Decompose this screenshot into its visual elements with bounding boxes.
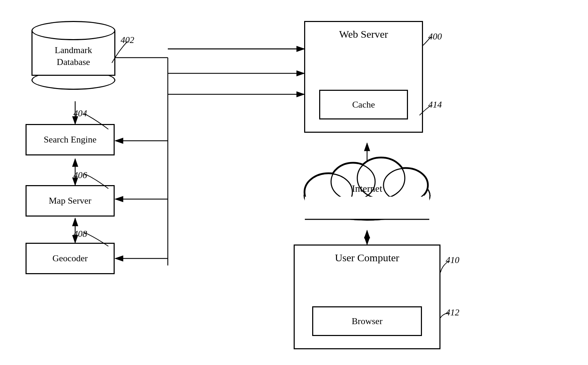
ref-404: 404 <box>73 108 87 119</box>
map-server-label: Map Server <box>49 196 91 206</box>
ref-406: 406 <box>73 170 87 181</box>
geocoder-label: Geocoder <box>52 253 88 264</box>
browser-node: Browser <box>312 306 422 336</box>
landmark-database-node: Landmark Database <box>31 21 115 90</box>
geocoder-node: Geocoder <box>26 243 115 274</box>
map-server-node: Map Server <box>26 185 115 217</box>
ref-410: 410 <box>446 255 459 265</box>
browser-label: Browser <box>352 316 382 327</box>
ref-400: 400 <box>428 31 442 42</box>
cache-label: Cache <box>352 100 375 110</box>
landmark-db-label: Landmark Database <box>55 44 92 68</box>
internet-node: Internet <box>294 150 440 227</box>
user-computer-node: User Computer Browser <box>294 244 440 349</box>
internet-label: Internet <box>352 183 382 194</box>
svg-rect-32 <box>305 197 429 219</box>
ref-414: 414 <box>428 100 442 110</box>
user-computer-label: User Computer <box>295 252 439 264</box>
search-engine-node: Search Engine <box>26 124 115 155</box>
search-engine-label: Search Engine <box>44 134 96 145</box>
ref-402: 402 <box>121 35 134 45</box>
ref-412: 412 <box>446 307 459 318</box>
cylinder-top <box>31 21 115 40</box>
ref-408: 408 <box>73 229 87 239</box>
diagram-container: Landmark Database 402 Search Engine 404 … <box>0 0 588 365</box>
web-server-node: Web Server Cache <box>304 21 423 133</box>
web-server-label: Web Server <box>305 28 422 40</box>
cache-node: Cache <box>319 90 408 119</box>
